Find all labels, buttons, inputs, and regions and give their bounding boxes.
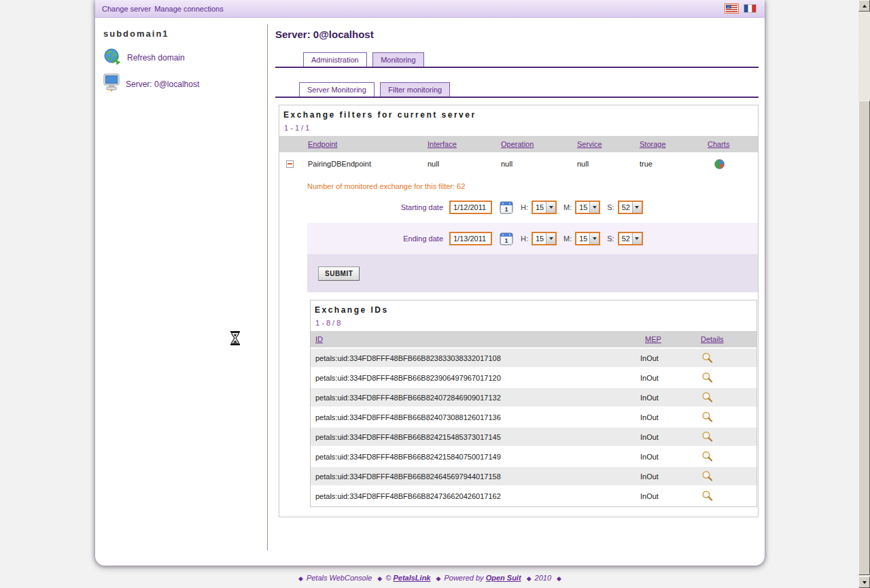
- ending-hour-label: H:: [521, 235, 528, 243]
- filter-detail: Number of monitored exchange for this fi…: [307, 174, 758, 507]
- details-magnifier-icon[interactable]: [701, 411, 756, 423]
- svg-text:1: 1: [505, 237, 508, 244]
- table-row: petals:uid:334FD8FFF48BFB66B823833038332…: [311, 349, 756, 368]
- column-endpoint[interactable]: Endpoint: [308, 140, 428, 148]
- table-row: petals:uid:334FD8FFF48BFB66B824072846909…: [311, 388, 756, 408]
- ending-date-label: Ending date: [307, 235, 443, 243]
- dropdown-arrow-icon: [632, 202, 642, 213]
- diamond-separator: ◆: [557, 575, 561, 582]
- collapse-minus-icon[interactable]: [286, 160, 294, 168]
- scrollbar-thumb[interactable]: [858, 101, 870, 575]
- starting-hour-select[interactable]: 15: [532, 201, 557, 214]
- sidebar-item-refresh-domain[interactable]: Refresh domain: [103, 48, 185, 68]
- refresh-domain-label: Refresh domain: [127, 53, 185, 63]
- ending-date-input[interactable]: [449, 232, 492, 245]
- details-magnifier-icon[interactable]: [701, 451, 756, 462]
- table-row: petals:uid:334FD8FFF48BFB66B823906497967…: [311, 368, 756, 388]
- us-flag-icon[interactable]: [725, 3, 739, 14]
- petalslink-link[interactable]: PetalsLink: [393, 574, 430, 582]
- column-operation[interactable]: Operation: [501, 140, 577, 148]
- opensuit-link[interactable]: Open Suit: [486, 574, 521, 582]
- filter-endpoint: PairingDBEndpoint: [308, 160, 428, 168]
- diamond-separator: ◆: [436, 575, 441, 582]
- column-storage[interactable]: Storage: [640, 140, 708, 148]
- column-interface[interactable]: Interface: [428, 140, 501, 148]
- dropdown-arrow-icon: [589, 233, 599, 244]
- column-id[interactable]: ID: [315, 335, 640, 343]
- server-node-label: Server: 0@localhost: [126, 80, 199, 89]
- starting-minute-select[interactable]: 15: [575, 201, 600, 214]
- footer-copyright: ©: [385, 574, 391, 582]
- footer: ◆Petals WebConsole ◆© PetalsLink ◆Powere…: [95, 574, 765, 582]
- server-computer-icon: [103, 73, 120, 94]
- manage-connections-link[interactable]: Manage connections: [154, 5, 224, 13]
- subtab-filter-monitoring[interactable]: Filter monitoring: [380, 82, 450, 97]
- ending-date-row: Ending date 1 H:: [307, 223, 758, 254]
- starting-hour-label: H:: [521, 203, 528, 211]
- ending-hour-select[interactable]: 15: [532, 232, 557, 245]
- starting-date-label: Starting date: [307, 203, 443, 211]
- domain-tree-sidebar: subdomain1 Refresh domain: [95, 18, 267, 566]
- ending-minute-label: M:: [563, 235, 572, 243]
- filter-service: null: [577, 160, 640, 168]
- subtab-server-monitoring[interactable]: Server Monitoring: [299, 82, 375, 97]
- arrow-up-icon: [863, 5, 867, 7]
- tab-administration[interactable]: Administration: [303, 52, 367, 67]
- pie-chart-icon[interactable]: [714, 159, 758, 169]
- exchange-filters-panel: Exchange filters for current server 1 - …: [279, 105, 759, 517]
- submit-button[interactable]: SUBMIT: [318, 266, 360, 281]
- footer-powered-by: Powered by: [444, 574, 483, 582]
- table-row: petals:uid:334FD8FFF48BFB66B824645697944…: [311, 467, 756, 487]
- footer-app-name: Petals WebConsole: [307, 574, 372, 582]
- starting-minute-label: M:: [563, 203, 572, 211]
- monitored-count-text: Number of monitored exchange for this fi…: [307, 174, 758, 192]
- column-service[interactable]: Service: [577, 140, 640, 148]
- details-magnifier-icon[interactable]: [701, 431, 756, 443]
- svg-text:1: 1: [505, 206, 508, 213]
- details-magnifier-icon[interactable]: [701, 392, 756, 403]
- filter-storage: true: [640, 160, 708, 168]
- ending-calendar-icon[interactable]: 1: [500, 232, 514, 246]
- domain-name: subdomain1: [103, 29, 267, 39]
- table-row: petals:uid:334FD8FFF48BFB66B824736620426…: [311, 487, 756, 506]
- scroll-down-button[interactable]: [858, 576, 870, 588]
- monitoring-subtabs: Server Monitoring Filter monitoring: [275, 82, 759, 98]
- filters-pagination: 1 - 1 / 1: [284, 124, 758, 132]
- dropdown-arrow-icon: [589, 202, 599, 213]
- details-magnifier-icon[interactable]: [701, 490, 756, 502]
- webconsole-window: Change server Manage connections: [95, 0, 765, 566]
- details-magnifier-icon[interactable]: [701, 470, 756, 482]
- starting-second-select[interactable]: 52: [618, 201, 643, 214]
- column-charts[interactable]: Charts: [708, 140, 758, 148]
- ending-second-select[interactable]: 52: [618, 232, 643, 245]
- column-mep[interactable]: MEP: [645, 335, 696, 343]
- starting-calendar-icon[interactable]: 1: [500, 201, 514, 215]
- sidebar-item-server[interactable]: Server: 0@localhost: [103, 73, 199, 94]
- exchange-ids-pagination: 1 - 8 / 8: [315, 319, 756, 327]
- diamond-separator: ◆: [377, 575, 382, 582]
- details-magnifier-icon[interactable]: [701, 372, 756, 383]
- ending-second-label: S:: [607, 235, 614, 243]
- filter-operation: null: [501, 160, 577, 168]
- tab-monitoring[interactable]: Monitoring: [372, 52, 423, 67]
- column-details[interactable]: Details: [701, 335, 756, 343]
- main-tabs: Administration Monitoring: [275, 52, 759, 68]
- exchange-ids-panel: Exchange IDs 1 - 8 / 8 ID MEP Details pe…: [310, 300, 757, 507]
- language-flags: [725, 3, 756, 14]
- fr-flag-icon[interactable]: [744, 4, 756, 13]
- ending-minute-select[interactable]: 15: [575, 232, 600, 245]
- arrow-down-icon: [863, 581, 867, 584]
- vertical-scrollbar[interactable]: [858, 0, 870, 588]
- starting-date-input[interactable]: [449, 201, 492, 214]
- filters-table-header: Endpoint Interface Operation Service Sto…: [279, 136, 758, 154]
- change-server-link[interactable]: Change server: [102, 5, 151, 13]
- filters-table-title: Exchange filters for current server: [283, 110, 758, 120]
- screen: Change server Manage connections: [0, 0, 870, 588]
- globe-refresh-icon: [103, 48, 121, 68]
- starting-date-row: Starting date 1 H:: [307, 192, 758, 223]
- details-magnifier-icon[interactable]: [701, 352, 756, 364]
- dropdown-arrow-icon: [546, 202, 555, 213]
- filter-row: PairingDBEndpoint null null null true: [279, 154, 758, 174]
- scroll-up-button[interactable]: [858, 0, 870, 12]
- table-row: petals:uid:334FD8FFF48BFB66B824215840750…: [311, 447, 756, 467]
